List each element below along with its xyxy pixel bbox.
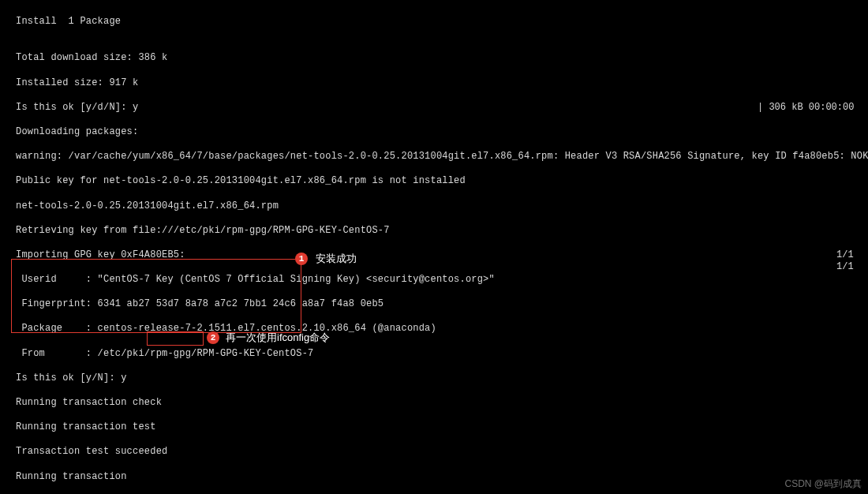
terminal-output[interactable]: Install 1 Package Total download size: 3… xyxy=(0,0,868,494)
line-retrieve: Retrieving key from file:///etc/pki/rpm-… xyxy=(16,225,862,238)
line-pkg: net-tools-2.0-0.25.20131004git.el7.x86_6… xyxy=(16,200,862,213)
line-installed-size: Installed size: 917 k xyxy=(16,77,862,90)
line-tx-succeeded: Transaction test succeeded xyxy=(16,446,862,458)
installing-count: 1/1 xyxy=(836,249,854,262)
verifying-count: 1/1 xyxy=(836,261,854,274)
line-run-test: Running transaction test xyxy=(16,421,862,434)
line-importing: Importing GPG key 0xF4A80EB5: xyxy=(16,249,862,262)
line-confirm2: Is this ok [y/N]: y xyxy=(16,372,862,385)
line-userid: Userid : "CentOS-7 Key (CentOS 7 Officia… xyxy=(16,274,862,286)
line-from: From : /etc/pki/rpm-gpg/RPM-GPG-KEY-Cent… xyxy=(16,348,862,361)
pkg-size: | 306 kB 00:00:00 xyxy=(758,102,854,114)
line-warning: warning: /var/cache/yum/x86_64/7/base/pa… xyxy=(16,151,862,163)
line-run-tx: Running transaction xyxy=(16,471,862,484)
line-install-header: Install 1 Package xyxy=(16,16,862,28)
line-run-check: Running transaction check xyxy=(16,397,862,410)
line-fingerprint: Fingerprint: 6341 ab27 53d7 8a78 a7c2 7b… xyxy=(16,298,862,311)
line-pubkey: Public key for net-tools-2.0-0.25.201310… xyxy=(16,175,862,188)
line-total-dl: Total download size: 386 k xyxy=(16,52,862,65)
line-confirm1: Is this ok [y/d/N]: y xyxy=(16,102,862,114)
line-downloading: Downloading packages: xyxy=(16,126,862,139)
line-package: Package : centos-release-7-2.1511.el7.ce… xyxy=(16,323,862,335)
